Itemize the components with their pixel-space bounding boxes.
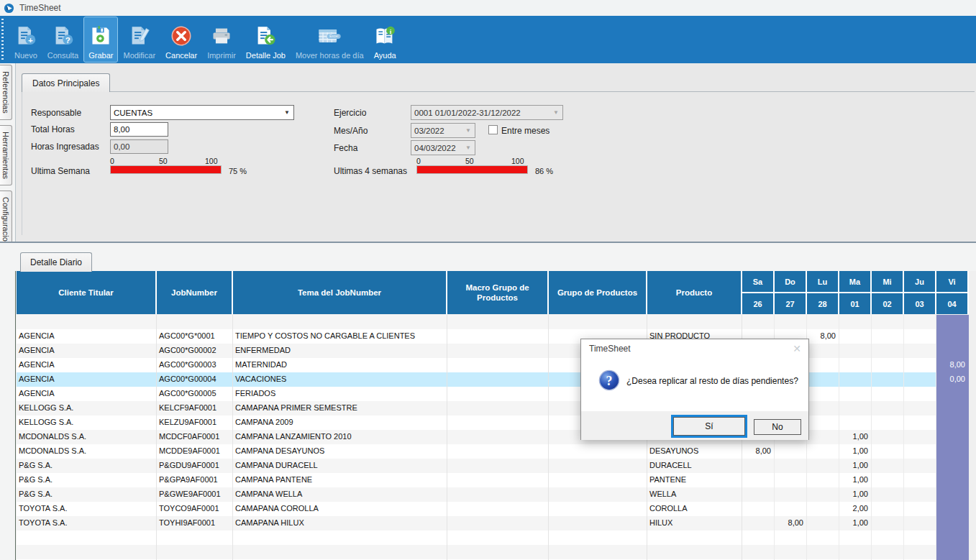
- cell-cliente[interactable]: P&G S.A.: [17, 487, 157, 502]
- column-header[interactable]: Cliente Titular: [17, 271, 155, 314]
- table-row[interactable]: TOYOTA S.A.TOYCO9AF0001CAMAPANA COROLLAC…: [17, 502, 969, 516]
- cell-job[interactable]: KELZU9AF0001: [157, 416, 233, 430]
- toolbar-button-imprimir[interactable]: Imprimir: [203, 17, 240, 62]
- toolbar-button-cancelar[interactable]: Cancelar: [161, 17, 201, 62]
- yes-button[interactable]: Sí: [673, 417, 745, 436]
- table-row[interactable]: MCDONALDS S.A.MCDCF0AF0001CAMPANA LANZAM…: [17, 430, 969, 444]
- table-row[interactable]: KELLOGG S.A.KELZU9AF0001CAMPANA 2009: [17, 416, 969, 430]
- cell-day-ju[interactable]: [904, 315, 936, 329]
- cell-day-lu[interactable]: [807, 401, 839, 416]
- cell-macro[interactable]: [447, 387, 549, 401]
- cell-tema[interactable]: CAMAPANA HILUX: [233, 516, 447, 531]
- cell-day-do[interactable]: [775, 545, 807, 559]
- toolbar-button-consulta[interactable]: ?Consulta: [43, 17, 83, 62]
- cell-cliente[interactable]: MCDONALDS S.A.: [17, 444, 157, 459]
- cell-cliente[interactable]: KELLOGG S.A.: [17, 401, 157, 416]
- table-row[interactable]: AGENCIAAGC00*G00002ENFERMEDAD: [17, 344, 969, 358]
- cell-day-do[interactable]: [775, 444, 807, 459]
- cell-cliente[interactable]: P&G S.A.: [17, 473, 157, 487]
- entre-meses-checkbox[interactable]: [488, 125, 498, 134]
- cell-job[interactable]: P&GPA9AF0001: [157, 473, 233, 487]
- cell-day-vi[interactable]: [936, 430, 969, 444]
- cell-day-ma[interactable]: 1,00: [839, 444, 872, 459]
- cell-day-vi[interactable]: 0,00: [936, 372, 969, 387]
- cell-job[interactable]: AGC00*G00002: [157, 344, 233, 358]
- cell-day-lu[interactable]: [807, 372, 839, 387]
- cell-day-vi[interactable]: [936, 416, 969, 430]
- column-header[interactable]: Grupo de Productos: [549, 271, 646, 314]
- cell-grupo[interactable]: [549, 315, 647, 329]
- cell-grupo[interactable]: [549, 502, 647, 516]
- cell-day-mi[interactable]: [872, 487, 904, 502]
- cell-day-ju[interactable]: [904, 401, 936, 416]
- cell-macro[interactable]: [447, 545, 549, 559]
- cell-grupo[interactable]: [549, 473, 647, 487]
- cell-day-vi[interactable]: [936, 531, 969, 545]
- day-column-header[interactable]: Vi04: [936, 271, 967, 314]
- cell-day-lu[interactable]: [807, 502, 839, 516]
- table-row[interactable]: AGENCIAAGC00*G00005FERIADOS: [17, 387, 969, 401]
- cell-job[interactable]: [157, 531, 233, 545]
- cell-day-ma[interactable]: 1,00: [839, 516, 872, 531]
- cell-day-mi[interactable]: [872, 329, 904, 344]
- cell-day-lu[interactable]: [807, 473, 839, 487]
- cell-tema[interactable]: CAMPANA PANTENE: [233, 473, 447, 487]
- cell-day-vi[interactable]: [936, 545, 969, 559]
- cell-day-sa[interactable]: [742, 502, 775, 516]
- cell-tema[interactable]: CAMPANA LANZAMIENTO 2010: [233, 430, 447, 444]
- table-row[interactable]: KELLOGG S.A.KELCF9AF0001CAMAPANA PRIMER …: [17, 401, 969, 416]
- cell-producto[interactable]: COROLLA: [647, 502, 742, 516]
- cell-day-lu[interactable]: [807, 459, 839, 473]
- cell-grupo[interactable]: [549, 516, 647, 531]
- cell-day-lu[interactable]: [807, 416, 839, 430]
- sidebar-tab-referencias[interactable]: Referencias: [0, 65, 12, 120]
- cell-day-mi[interactable]: [872, 473, 904, 487]
- cell-macro[interactable]: [447, 516, 549, 531]
- cell-tema[interactable]: FERIADOS: [233, 387, 447, 401]
- cell-day-do[interactable]: 8,00: [775, 516, 807, 531]
- cell-day-do[interactable]: [775, 459, 807, 473]
- cell-job[interactable]: AGC00*G00005: [157, 387, 233, 401]
- cell-tema[interactable]: ENFERMEDAD: [233, 344, 447, 358]
- cell-cliente[interactable]: AGENCIA: [17, 344, 157, 358]
- cell-tema[interactable]: [233, 545, 447, 559]
- cell-day-mi[interactable]: [872, 416, 904, 430]
- cell-producto[interactable]: WELLA: [647, 487, 742, 502]
- cell-macro[interactable]: [447, 502, 549, 516]
- cell-day-ma[interactable]: [839, 315, 872, 329]
- no-button[interactable]: No: [754, 419, 801, 435]
- cell-day-mi[interactable]: [872, 444, 904, 459]
- cell-day-lu[interactable]: [807, 531, 839, 545]
- cell-macro[interactable]: [447, 487, 549, 502]
- cell-day-ma[interactable]: [839, 372, 872, 387]
- cell-tema[interactable]: CAMPANA DURACELL: [233, 459, 447, 473]
- cell-cliente[interactable]: [17, 531, 157, 545]
- cell-day-ma[interactable]: [839, 545, 872, 559]
- cell-day-sa[interactable]: [742, 531, 775, 545]
- cell-day-mi[interactable]: [872, 430, 904, 444]
- cell-tema[interactable]: MATERNIDAD: [233, 358, 447, 372]
- cell-cliente[interactable]: AGENCIA: [17, 387, 157, 401]
- cell-day-ju[interactable]: [904, 516, 936, 531]
- cell-grupo[interactable]: [549, 487, 647, 502]
- cell-cliente[interactable]: [17, 315, 157, 329]
- day-column-header[interactable]: Ju03: [904, 271, 935, 314]
- cell-macro[interactable]: [447, 344, 549, 358]
- cell-cliente[interactable]: [17, 545, 157, 559]
- cell-day-vi[interactable]: [936, 387, 969, 401]
- sidebar-tab-herramientas[interactable]: Herramientas: [0, 125, 12, 185]
- cell-macro[interactable]: [447, 401, 549, 416]
- toolbar-grip[interactable]: [1, 19, 4, 60]
- cell-day-ma[interactable]: 2,00: [839, 502, 872, 516]
- cell-producto[interactable]: DESAYUNOS: [647, 444, 742, 459]
- cell-day-vi[interactable]: [936, 487, 969, 502]
- cell-day-sa[interactable]: [742, 459, 775, 473]
- cell-day-mi[interactable]: [872, 372, 904, 387]
- cell-day-lu[interactable]: [807, 444, 839, 459]
- cell-macro[interactable]: [447, 430, 549, 444]
- day-column-header[interactable]: Sa26: [742, 271, 773, 314]
- table-row[interactable]: MCDONALDS S.A.MCDDE9AF0001CAMPANA DESAYU…: [17, 444, 969, 459]
- cell-tema[interactable]: CAMAPANA COROLLA: [233, 502, 447, 516]
- cell-day-lu[interactable]: [807, 430, 839, 444]
- cell-tema[interactable]: [233, 531, 447, 545]
